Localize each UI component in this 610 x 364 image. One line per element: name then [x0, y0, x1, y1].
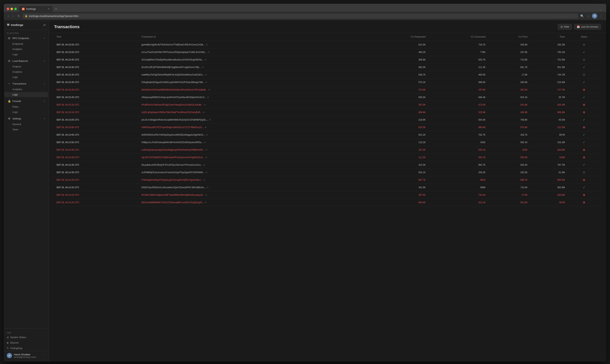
- sidebar-item-rpc-endpoints[interactable]: Endpoints: [4, 41, 48, 46]
- cell-fees: 751.5M: [530, 56, 567, 64]
- forward-button[interactable]: ›: [12, 13, 15, 18]
- external-link-icon[interactable]: ⧉: [205, 126, 206, 129]
- external-link-icon[interactable]: ⧉: [205, 201, 206, 204]
- table-row[interactable]: SEP 26, 04:14:55 UTC dAROEMVoJrRInYAWSpS…: [54, 131, 601, 139]
- reload-button[interactable]: ↻: [16, 13, 21, 19]
- external-link-icon[interactable]: ⧉: [204, 179, 205, 181]
- table-row[interactable]: SEP 26, 04:15:40 UTC dCvEFzZfFyRTWAHfkiM…: [54, 64, 601, 71]
- external-link-icon[interactable]: ⧉: [206, 134, 208, 136]
- table-row[interactable]: SEP 26, 04:14:15 UTC MYMdLTdMcsTaqlkLknJ…: [54, 191, 601, 199]
- firewall-header[interactable]: 🔒 Firewall ▾: [4, 98, 48, 104]
- external-link-icon[interactable]: ⧉: [205, 59, 206, 61]
- search-icon-button[interactable]: 🔍: [580, 13, 585, 19]
- sidebar-item-discord[interactable]: ◈ Discord: [4, 340, 49, 345]
- table-row[interactable]: SEP 26, 04:14:40 UTC sqLSKT0JGTalWSVCOjW…: [54, 154, 601, 161]
- sidebar-item-rpc-logs[interactable]: Logs: [4, 52, 48, 57]
- table-row[interactable]: SEP 26, 04:15:25 UTC bMaSDAsVDZiXwDlBRxB…: [54, 86, 601, 93]
- cell-cu-con: 846.4K: [428, 93, 488, 101]
- bookmark-button[interactable]: ☆: [586, 13, 590, 19]
- close-window-button[interactable]: [7, 8, 9, 10]
- sidebar-item-tx-logs[interactable]: Logs: [4, 92, 48, 97]
- discord-label: Discord: [10, 341, 18, 344]
- table-row[interactable]: SEP 26, 04:15:15 UTC PFaffOnGVLdHIAenSPS…: [54, 101, 601, 109]
- url-input[interactable]: [29, 15, 576, 17]
- table-row[interactable]: SEP 26, 04:14:25 UTC IYMctGgKHxfshyjTFyQ…: [54, 176, 601, 184]
- external-link-icon[interactable]: ⧉: [202, 66, 203, 68]
- cell-time: SEP 26, 04:15:50 UTC: [54, 49, 139, 56]
- table-row[interactable]: SEP 26, 04:15:55 UTC guHwBKsXjpReJbTGHUH…: [54, 41, 601, 49]
- external-link-icon[interactable]: ⧉: [206, 81, 207, 83]
- sidebar-item-changelog[interactable]: ✎ Changelog: [4, 345, 49, 351]
- table-row[interactable]: SEP 26, 04:15:20 UTC XINqzeuxpRdRGCnKqmJ…: [54, 93, 601, 101]
- filter-button[interactable]: ⊟ Filter: [558, 24, 572, 30]
- user-section[interactable]: H Harsh Ghodkar harshg@ironforge.cloud ⌃: [4, 351, 49, 360]
- back-button[interactable]: ‹: [7, 13, 10, 18]
- time-range-button[interactable]: 📅 Last 30 minutes: [574, 24, 601, 30]
- cell-cu-con: 414.1K: [428, 199, 488, 206]
- minimize-window-button[interactable]: [11, 8, 13, 10]
- cell-tx-id: ACioJqMIhtmT0haEpMXyoMisckBuwtnccZU0CNSu…: [139, 56, 368, 64]
- cell-fees: 316M: [530, 154, 567, 161]
- table-row[interactable]: SEP 26, 04:15:45 UTC ACioJqMIhtmT0haEpMX…: [54, 56, 601, 64]
- external-link-icon[interactable]: ⧉: [206, 194, 207, 196]
- browser-user-avatar[interactable]: H: [592, 13, 597, 19]
- external-link-icon[interactable]: ⧉: [206, 44, 208, 46]
- sidebar-item-tx-analytics[interactable]: Analytics: [4, 87, 48, 92]
- table-row[interactable]: SEP 26, 04:15:10 UTC LtQFLqPqlhnjeACRWhn…: [54, 109, 601, 116]
- cell-cu-con: 304.7K: [428, 154, 488, 161]
- sidebar-item-settings-team[interactable]: Team: [4, 127, 48, 132]
- cell-cu-req: 570.1K: [368, 78, 428, 86]
- tab-extras-button[interactable]: ⌄: [598, 8, 603, 12]
- transactions-header[interactable]: ↔ Transactions ▾: [4, 81, 48, 87]
- external-link-icon[interactable]: ⧉: [206, 74, 207, 76]
- active-tab[interactable]: IF Ironforge ✕: [19, 6, 53, 12]
- sidebar-item-lb-analytics[interactable]: Analytics: [4, 69, 48, 74]
- external-link-icon[interactable]: ⧉: [209, 119, 210, 121]
- table-row[interactable]: SEP 26, 04:15:30 UTC CMvgfnqNJDZigusDJcW…: [54, 78, 601, 86]
- external-link-icon[interactable]: ⧉: [204, 104, 206, 106]
- external-link-icon[interactable]: ⧉: [204, 141, 206, 143]
- load-balancer-header[interactable]: ⚖ Load Balancer ▾: [4, 58, 48, 64]
- cell-cu-price: 297.6K: [488, 49, 530, 56]
- external-link-icon[interactable]: ⧉: [206, 156, 207, 158]
- external-link-icon[interactable]: ⧉: [204, 164, 205, 166]
- cell-cu-req: 813.5K: [368, 41, 428, 49]
- sidebar-item-system-status[interactable]: ◎ System Status: [4, 335, 49, 340]
- table-row[interactable]: SEP 26, 04:15:00 UTC mMPGloxzdPJTKTFvpnO…: [54, 124, 601, 131]
- table-row[interactable]: SEP 26, 04:14:10 UTC bEGOaJtMMWtRKVYErlC…: [54, 199, 601, 206]
- rpc-endpoints-header[interactable]: ⊟ RPC Endpoints ▾: [4, 35, 48, 41]
- table-row[interactable]: SEP 26, 04:14:20 UTC lODEFZpvZRdGoXLxNUx…: [54, 184, 601, 191]
- sidebar-item-firewall-rules[interactable]: Rules: [4, 104, 48, 109]
- load-balancer-sub-items: Projects Analytics Logs: [4, 64, 49, 80]
- maximize-window-button[interactable]: [14, 8, 17, 10]
- sidebar-item-rpc-analytics[interactable]: Analytics: [4, 47, 48, 52]
- external-link-icon[interactable]: ⧉: [208, 89, 210, 91]
- table-row[interactable]: SEP 26, 04:15:50 UTC crCuvTfvzDVzKPWnTRF…: [54, 49, 601, 56]
- sidebar-toggle-button[interactable]: ⇄: [43, 23, 46, 27]
- external-link-icon[interactable]: ⧉: [207, 96, 209, 98]
- table-row[interactable]: SEP 26, 04:14:45 UTC uvMmQEiahUecadyNUZm…: [54, 146, 601, 154]
- sidebar-item-firewall-logs[interactable]: Logs: [4, 109, 48, 115]
- external-link-icon[interactable]: ⧉: [207, 186, 208, 189]
- settings-header[interactable]: ⚙ Settings ▾: [4, 116, 48, 121]
- sidebar-item-lb-projects[interactable]: Projects: [4, 64, 48, 69]
- browser-menu-button[interactable]: ⋮: [599, 13, 603, 19]
- external-link-icon[interactable]: ⧉: [206, 171, 207, 174]
- new-tab-button[interactable]: +: [53, 6, 59, 12]
- external-link-icon[interactable]: ⧉: [208, 51, 209, 53]
- external-link-icon[interactable]: ⧉: [203, 111, 205, 114]
- table-row[interactable]: SEP 26, 04:15:05 UTC pIUJtLYsWdgDmRvbUSx…: [54, 116, 601, 124]
- external-link-icon[interactable]: ⧉: [206, 149, 207, 151]
- table-row[interactable]: SEP 26, 04:14:35 UTC lSLyulbaLwGEVBsQJFJ…: [54, 161, 601, 169]
- table-row[interactable]: SEP 26, 04:14:50 UTC XNBycnLcXOrEHutoxpb…: [54, 139, 601, 146]
- settings-label: Settings: [13, 117, 42, 120]
- table-row[interactable]: SEP 26, 04:14:30 UTC oLlFMMNjOCdczmoKudY…: [54, 169, 601, 176]
- table-row[interactable]: SEP 26, 04:15:35 UTC oobMfwzToPajDStIGeR…: [54, 71, 601, 78]
- cell-tx-id: LtQFLqPqlhnjeACRWhnTiMcOhipFTuvWKsdvTjXX…: [139, 109, 368, 116]
- transactions-sub-items: Analytics Logs: [4, 87, 49, 97]
- sidebar-item-settings-general[interactable]: General: [4, 122, 48, 127]
- tab-close-button[interactable]: ✕: [48, 8, 50, 10]
- sidebar-item-lb-logs[interactable]: Logs: [4, 75, 48, 80]
- cell-cu-con: 902K: [428, 176, 488, 184]
- cell-cu-req: 218.9K: [368, 116, 428, 124]
